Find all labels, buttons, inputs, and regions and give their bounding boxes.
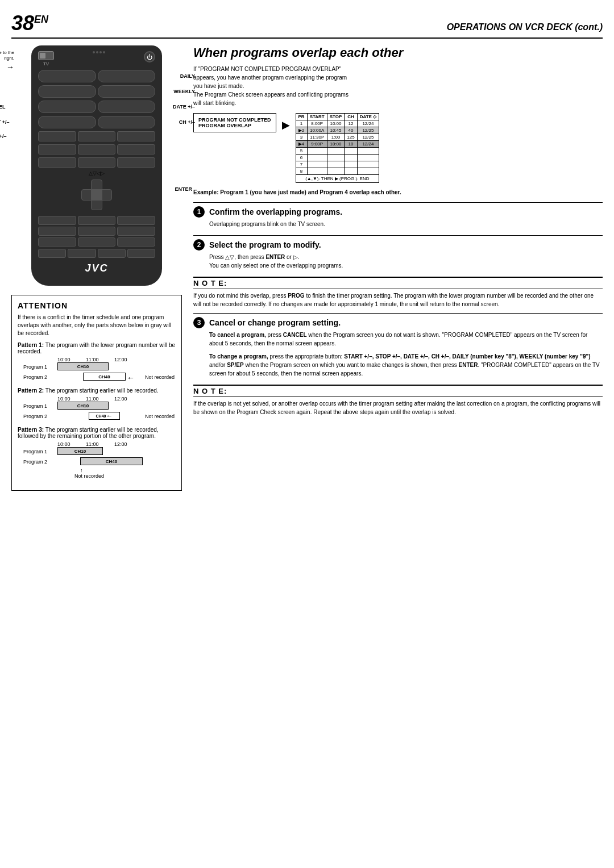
numpad-6[interactable] (117, 227, 155, 236)
error-line1: PROGRAM NOT COMPLETED (198, 117, 271, 123)
remote-btn-start2[interactable] (98, 116, 156, 128)
remote-btn-spep[interactable] (38, 157, 76, 168)
overlap-arrow: ▶ (282, 113, 290, 131)
attention-box: ATTENTION If there is a conflict in the … (11, 295, 182, 491)
attention-body: If there is a conflict in the timer sche… (18, 314, 176, 337)
not-recorded-2: Not recorded (145, 414, 175, 419)
dpad-up[interactable] (91, 180, 102, 190)
tv-switch[interactable] (38, 51, 54, 60)
step-2-block: 2 Select the program to modify. Press △▽… (193, 235, 603, 270)
date-label: DATE +/– (173, 104, 195, 110)
power-button[interactable] (144, 51, 155, 62)
step-1-title: Confirm the overlapping programs. (209, 207, 342, 216)
btn-bottom-4[interactable] (127, 249, 155, 258)
remote-control: Slide to theright. → TV (31, 45, 162, 286)
overlap-display: PROGRAM NOT COMPLETED PROGRAM OVERLAP ▶ … (193, 113, 603, 183)
enter-label: ENTER (175, 186, 192, 192)
numpad-1[interactable] (38, 216, 76, 225)
dpad[interactable] (81, 180, 112, 210)
remote-btn-daily[interactable] (38, 70, 96, 82)
timeline-row-p2-2: Program 2 CH40← Not recorded (23, 412, 176, 421)
dpad-down[interactable] (91, 200, 102, 210)
numpad-9[interactable] (117, 237, 155, 247)
example-text: Example: Program 1 (you have just made) … (193, 189, 603, 197)
remote-btn-stop[interactable] (38, 131, 76, 141)
remote-btn-daily2[interactable] (98, 70, 156, 82)
start-label: START +/– (0, 119, 10, 125)
remote-btn-start[interactable] (38, 116, 96, 128)
numpad (38, 216, 155, 247)
step-2-number: 2 (193, 239, 205, 251)
btn-bottom-1[interactable] (38, 249, 66, 258)
dpad-center[interactable] (91, 189, 102, 201)
remote-btn-stop2[interactable] (78, 131, 116, 141)
timeline-hours-1: 10:0011:0012:00 (57, 357, 176, 362)
not-recorded-1: Not recorded (145, 374, 175, 380)
bottom-row (38, 249, 155, 258)
note-1-block: N O T E: If you do not mind this overlap… (193, 277, 603, 308)
step-1-number: 1 (193, 206, 205, 218)
remote-body: TV DAILY (31, 45, 162, 286)
numpad-7[interactable] (38, 237, 76, 247)
header-title: OPERATIONS ON VCR DECK (cont.) (447, 22, 603, 32)
remote-btn-cancel2[interactable] (98, 101, 156, 113)
step-3-body: To cancel a program, press CANCEL when t… (209, 331, 603, 378)
step-2-body: Press △▽, then press ENTER or ▷. You can… (209, 253, 603, 270)
weekly-label: WEEKLY (173, 89, 195, 94)
dpad-right[interactable] (102, 189, 112, 201)
btn-bottom-2[interactable] (68, 249, 96, 258)
step-3-header: 3 Cancel or change program setting. (193, 317, 603, 328)
remote-btn-stop3[interactable] (117, 131, 155, 141)
pattern-2-label: Pattern 2: The program starting earlier … (18, 387, 176, 394)
not-recorded-3: Not recorded (74, 473, 104, 479)
table-row: 8 (296, 168, 379, 175)
timeline-hours-3: 10:0011:0012:00 (57, 441, 176, 447)
numpad-2[interactable] (78, 216, 116, 225)
remote-btn-cancel[interactable] (38, 101, 96, 113)
pattern-1: Pattern 1: The program with the lower pr… (18, 342, 176, 382)
timeline-row-p3-2: Program 2 CH40 (23, 457, 176, 466)
step-3-title: Cancel or change program setting. (209, 318, 341, 327)
remote-btn-spep3[interactable] (117, 157, 155, 168)
remote-btn-spep2[interactable] (78, 157, 116, 168)
table-row: ▶210:00A10:454012/25 (296, 127, 379, 134)
remote-btn-weekly2[interactable] (98, 85, 156, 98)
step-2-header: 2 Select the program to modify. (193, 239, 603, 251)
timeline-row-p1-1: Program 1 CH10 (23, 362, 176, 372)
page-number: 38EN (11, 11, 48, 35)
table-row: 7 (296, 161, 379, 168)
pattern-3-label: Pattern 3: The program starting earlier … (18, 427, 176, 439)
remote-btn-weekly[interactable] (38, 85, 96, 98)
note-1-text: If you do not mind this overlap, press P… (193, 291, 603, 308)
remote-wrapper: Slide to theright. → TV (11, 45, 182, 286)
remote-btn-prog3[interactable] (117, 144, 155, 155)
numpad-8[interactable] (78, 237, 116, 247)
page-header: 38EN OPERATIONS ON VCR DECK (cont.) (11, 11, 603, 39)
dpad-left[interactable] (81, 189, 92, 201)
left-column: Slide to theright. → TV (11, 45, 182, 491)
timeline-row-p3-1: Program 1 CH10 (23, 447, 176, 456)
numpad-3[interactable] (117, 216, 155, 225)
step-1-header: 1 Confirm the overlapping programs. (193, 206, 603, 218)
table-row: 18:00P10:001212/24 (296, 120, 379, 127)
step-3-number: 3 (193, 317, 205, 328)
program-check-table: PRSTARTSTOPCHDATE ◇ 18:00P10:001212/24 ▶… (296, 113, 380, 183)
timeline-row-p1-2: Program 2 CH40 ← Not recorded (23, 373, 176, 382)
table-row: 6 (296, 155, 379, 161)
btn-bottom-3[interactable] (98, 249, 126, 258)
step-1-block: 1 Confirm the overlapping programs. Over… (193, 202, 603, 228)
note-2-title: N O T E: (193, 385, 603, 397)
numpad-5[interactable] (78, 227, 116, 236)
program-error-box: PROGRAM NOT COMPLETED PROGRAM OVERLAP (193, 113, 276, 132)
dpad-labels: △▽◁▷ (38, 170, 155, 176)
numpad-4[interactable] (38, 227, 76, 236)
remote-btn-prog2[interactable] (78, 144, 116, 155)
attention-title: ATTENTION (18, 301, 176, 310)
pattern-1-label: Pattern 1: The program with the lower pr… (18, 342, 176, 354)
timeline-hours-2: 10:0011:0012:00 (57, 396, 176, 402)
note-2-block: N O T E: If the overlap is not yet solve… (193, 385, 603, 416)
stop-label: STOP +/– (0, 133, 6, 139)
table-row: 311:30P1:0012512/25 (296, 134, 379, 141)
slide-label: Slide to theright. → (0, 50, 14, 72)
remote-btn-prog[interactable] (38, 144, 76, 155)
